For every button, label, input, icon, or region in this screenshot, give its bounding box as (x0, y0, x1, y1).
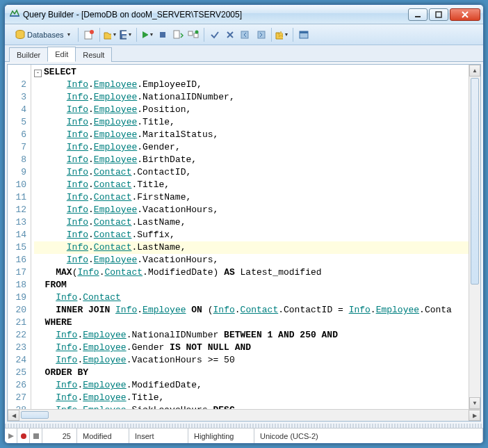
code-line[interactable]: Info.Employee.MaritalStatus, (34, 129, 469, 141)
tab-result[interactable]: Result (75, 47, 112, 62)
line-number[interactable]: 15 (8, 241, 26, 254)
line-number[interactable]: 11 (8, 191, 26, 204)
line-number[interactable]: 19 (8, 291, 26, 304)
save-button[interactable]: ▼ (119, 28, 133, 42)
code-line[interactable]: Info.Employee.Gender, (34, 141, 469, 154)
scroll-track[interactable] (19, 410, 469, 421)
scroll-thumb[interactable] (471, 78, 479, 285)
code-line[interactable]: ORDER BY (34, 367, 469, 379)
line-number[interactable]: 6 (8, 129, 26, 141)
prev-button[interactable] (238, 28, 252, 42)
check-button[interactable] (208, 28, 222, 42)
code-line[interactable]: Info.Employee.EmployeeID, (34, 79, 469, 91)
line-number[interactable]: 4 (8, 104, 26, 116)
code-line[interactable]: Info.Employee.Title, (34, 116, 469, 129)
favorites-button[interactable]: ▼ (275, 28, 289, 42)
line-number[interactable]: 12 (8, 204, 26, 216)
code-line[interactable]: Info.Employee.Title, (34, 392, 469, 404)
scroll-down-icon[interactable]: ▼ (469, 397, 480, 409)
scroll-up-icon[interactable]: ▲ (469, 65, 480, 77)
scroll-left-icon[interactable]: ◀ (8, 410, 19, 421)
code-line[interactable]: Info.Employee.Gender IS NOT NULL AND (34, 342, 469, 354)
code-line[interactable]: Info.Contact (34, 291, 469, 304)
code-line[interactable]: Info.Employee.SickLeaveHours DESC (34, 404, 469, 409)
line-number[interactable]: 24 (8, 354, 26, 367)
code-line[interactable]: Info.Contact.FirstName, (34, 191, 469, 204)
vertical-scrollbar[interactable]: ▲ ▼ (469, 65, 480, 409)
stop-button[interactable] (156, 28, 170, 42)
maximize-button[interactable] (429, 8, 448, 21)
code-line[interactable]: INNER JOIN Info.Employee ON (Info.Contac… (34, 304, 469, 317)
execute-button[interactable]: ▼ (140, 28, 154, 42)
line-gutter[interactable]: 2345678910111213141516171819202122232425… (8, 65, 31, 409)
code-line[interactable]: Info.Contact.LastName, (34, 241, 469, 254)
code-line[interactable]: MAX(Info.Contact.ModifiedDate) AS Latest… (34, 266, 469, 279)
status-insert-mode[interactable]: Insert (129, 429, 188, 443)
stop-icon[interactable] (30, 429, 42, 443)
window-controls (408, 8, 480, 21)
status-encoding[interactable]: Unicode (UCS-2) (254, 429, 483, 443)
line-number[interactable]: 17 (8, 266, 26, 279)
fold-icon[interactable]: - (34, 70, 42, 77)
close-button[interactable] (450, 8, 480, 21)
code-line[interactable]: Info.Employee.NationalIDNumber BETWEEN 1… (34, 329, 469, 342)
query-builder-button[interactable] (186, 28, 200, 42)
code-line[interactable]: WHERE (34, 317, 469, 329)
line-number[interactable]: 5 (8, 116, 26, 129)
code-line[interactable]: Info.Employee.VacationHours, (34, 254, 469, 266)
line-number[interactable]: 7 (8, 141, 26, 154)
code-line[interactable]: Info.Employee.BirthDate, (34, 154, 469, 166)
line-number[interactable]: 25 (8, 367, 26, 379)
databases-dropdown[interactable]: Databases ▼ (12, 28, 74, 42)
code-content[interactable]: -SELECT Info.Employee.EmployeeID, Info.E… (31, 65, 469, 409)
status-highlighting[interactable]: Highlighting (188, 429, 254, 443)
line-number[interactable]: 9 (8, 166, 26, 179)
code-line[interactable]: Info.Employee.NationalIDNumber, (34, 91, 469, 104)
code-editor[interactable]: 2345678910111213141516171819202122232425… (7, 64, 481, 422)
line-number[interactable]: 14 (8, 229, 26, 241)
horizontal-scrollbar[interactable]: ◀ ▶ (8, 409, 480, 421)
code-line[interactable]: FROM (34, 279, 469, 291)
line-number[interactable]: 2 (8, 79, 26, 91)
line-number[interactable] (8, 66, 26, 79)
line-number[interactable]: 27 (8, 392, 26, 404)
code-line[interactable]: Info.Contact.ContactID, (34, 166, 469, 179)
play-icon[interactable] (5, 429, 17, 443)
minimize-button[interactable] (408, 8, 428, 21)
titlebar[interactable]: Query Builder - [DemoDB on dooM_SERVER\T… (5, 5, 483, 24)
open-button[interactable]: ▼ (104, 28, 117, 42)
scroll-right-icon[interactable]: ▶ (469, 410, 480, 421)
window-button[interactable] (297, 28, 311, 42)
tab-builder[interactable]: Builder (9, 47, 48, 62)
code-line[interactable]: Info.Employee.ModifiedDate, (34, 379, 469, 392)
line-number[interactable]: 28 (8, 404, 26, 409)
svg-point-13 (195, 30, 198, 33)
code-line[interactable]: Info.Contact.LastName, (34, 216, 469, 229)
line-number[interactable]: 13 (8, 216, 26, 229)
line-number[interactable]: 16 (8, 254, 26, 266)
scroll-thumb[interactable] (21, 411, 49, 419)
code-line[interactable]: Info.Employee.VacationHours >= 50 (34, 354, 469, 367)
svg-rect-2 (436, 12, 441, 17)
line-number[interactable]: 3 (8, 91, 26, 104)
code-line[interactable]: Info.Contact.Title, (34, 179, 469, 191)
code-line[interactable]: Info.Employee.Position, (34, 104, 469, 116)
line-number[interactable]: 23 (8, 342, 26, 354)
line-number[interactable]: 21 (8, 317, 26, 329)
code-line[interactable]: -SELECT (34, 66, 469, 79)
new-query-button[interactable] (82, 28, 96, 42)
line-number[interactable]: 22 (8, 329, 26, 342)
code-line[interactable]: Info.Contact.Suffix, (34, 229, 469, 241)
next-button[interactable] (254, 28, 268, 42)
cancel-button[interactable] (223, 28, 237, 42)
record-icon[interactable] (17, 429, 30, 443)
line-number[interactable]: 18 (8, 279, 26, 291)
line-number[interactable]: 10 (8, 179, 26, 191)
svg-rect-11 (188, 31, 193, 35)
line-number[interactable]: 26 (8, 379, 26, 392)
tab-edit[interactable]: Edit (47, 47, 76, 62)
line-number[interactable]: 8 (8, 154, 26, 166)
code-line[interactable]: Info.Employee.VacationHours, (34, 204, 469, 216)
line-number[interactable]: 20 (8, 304, 26, 317)
explain-button[interactable] (171, 28, 185, 42)
